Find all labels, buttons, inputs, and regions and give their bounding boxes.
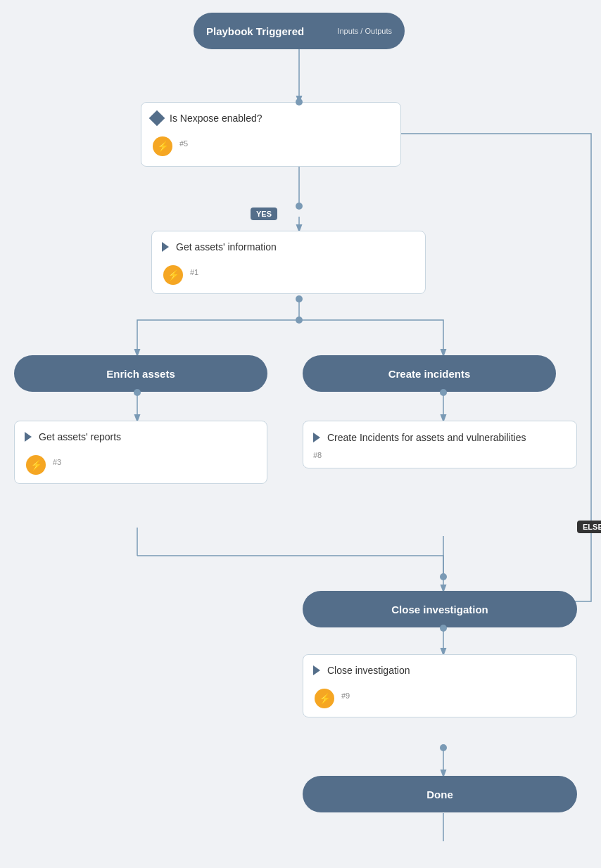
chevron-right-icon — [162, 242, 169, 252]
else-badge: ELSE — [577, 521, 601, 533]
done-node[interactable]: Done — [303, 776, 577, 812]
inputs-outputs-label: Inputs / Outputs — [337, 27, 392, 35]
lightning-badge-reports: ⚡ — [26, 455, 46, 475]
chevron-right-icon-5 — [313, 665, 320, 675]
is-nexpose-title: Is Nexpose enabled? — [170, 113, 262, 124]
get-assets-info-title: Get assets' information — [176, 241, 277, 253]
chevron-right-icon-3 — [25, 432, 32, 442]
close-investigation-pill-node[interactable]: Close investigation — [303, 591, 577, 627]
get-assets-reports-title: Get assets' reports — [39, 431, 121, 442]
yes-badge: YES — [251, 208, 277, 220]
dot-close-pill-bottom — [440, 625, 447, 632]
enrich-assets-node[interactable]: Enrich assets — [14, 355, 267, 392]
enrich-assets-label: Enrich assets — [106, 368, 175, 380]
get-assets-reports-node[interactable]: Get assets' reports ⚡ #3 — [14, 421, 267, 484]
dot-split — [296, 317, 303, 324]
chevron-right-icon-4 — [313, 433, 320, 442]
create-incidents-node[interactable]: Create incidents — [303, 355, 556, 392]
bolt-icon-2: ⚡ — [167, 270, 179, 280]
lightning-badge-close: ⚡ — [315, 689, 334, 708]
dot-split-top — [296, 295, 303, 302]
bolt-icon-4: ⚡ — [319, 694, 331, 703]
create-incidents-assets-title: Create Incidents for assets and vulnerab… — [327, 431, 526, 444]
create-incidents-assets-node[interactable]: Create Incidents for assets and vulnerab… — [303, 421, 577, 468]
is-nexpose-node[interactable]: Is Nexpose enabled? ⚡ #5 — [141, 102, 401, 167]
lightning-badge-assets-info: ⚡ — [163, 265, 183, 285]
condition-diamond-icon — [149, 110, 165, 127]
get-assets-info-node[interactable]: Get assets' information ⚡ #1 — [151, 231, 426, 294]
playbook-triggered-node[interactable]: Playbook Triggered Inputs / Outputs — [194, 13, 405, 49]
close-investigation-action-title: Close investigation — [327, 665, 410, 676]
close-investigation-pill-label: Close investigation — [391, 604, 488, 615]
done-label: Done — [426, 789, 453, 800]
bolt-icon-3: ⚡ — [30, 460, 42, 470]
canvas: Playbook Triggered Inputs / Outputs Is N… — [0, 0, 601, 868]
create-incidents-assets-step-num: #8 — [313, 451, 322, 459]
dot-close-action-bottom — [440, 744, 447, 751]
dot-yes — [296, 203, 303, 210]
bolt-icon: ⚡ — [157, 141, 169, 151]
reports-step-num: #3 — [53, 458, 61, 466]
nexpose-step-num: #5 — [179, 139, 188, 148]
dot-1 — [296, 98, 303, 106]
close-investigation-step-num: #9 — [341, 691, 350, 700]
dot-merge — [440, 573, 447, 580]
dot-create-bottom — [440, 389, 447, 396]
playbook-triggered-label: Playbook Triggered — [206, 25, 304, 37]
assets-info-step-num: #1 — [190, 268, 198, 276]
close-investigation-action-node[interactable]: Close investigation ⚡ #9 — [303, 654, 577, 717]
create-incidents-label: Create incidents — [388, 368, 471, 380]
dot-enrich-bottom — [134, 389, 141, 396]
lightning-badge-nexpose: ⚡ — [153, 136, 172, 156]
